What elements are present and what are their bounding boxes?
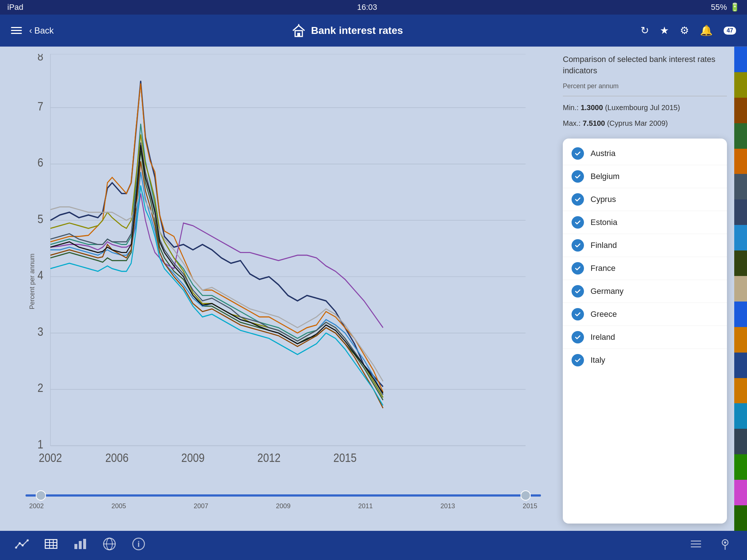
info-icon[interactable]: i — [131, 537, 146, 554]
right-panel: Comparison of selected bank interest rat… — [552, 47, 734, 531]
star-icon[interactable]: ★ — [660, 24, 669, 36]
back-chevron-icon: ‹ — [29, 26, 32, 36]
max-label: Max.: — [563, 119, 581, 127]
globe-icon[interactable] — [102, 537, 117, 554]
settings-icon[interactable]: ⚙ — [680, 24, 689, 36]
color-swatch[interactable] — [734, 174, 747, 199]
check-circle — [572, 262, 584, 275]
refresh-icon[interactable]: ↻ — [640, 24, 649, 36]
check-circle — [572, 170, 584, 183]
svg-rect-38 — [74, 544, 77, 549]
status-right: 55% 🔋 — [711, 3, 740, 12]
color-swatch[interactable] — [734, 72, 747, 98]
x-label: 2013 — [440, 502, 455, 510]
color-swatch[interactable] — [734, 378, 747, 404]
notification-badge: 47 — [724, 27, 736, 35]
min-detail: (Luxembourg Jul 2015) — [605, 104, 680, 112]
map-pin-icon[interactable] — [718, 537, 732, 554]
list-icon[interactable] — [689, 537, 703, 554]
svg-text:6: 6 — [38, 156, 43, 169]
color-swatch[interactable] — [734, 123, 747, 149]
x-label: 2011 — [358, 502, 373, 510]
country-name: Austria — [591, 149, 615, 158]
color-strip — [734, 47, 747, 531]
color-swatch[interactable] — [734, 505, 747, 531]
x-label: 2005 — [111, 502, 126, 510]
color-swatch[interactable] — [734, 403, 747, 429]
nav-center: Bank interest rates — [291, 23, 403, 38]
line-chart-icon[interactable] — [15, 537, 29, 554]
panel-divider — [563, 96, 727, 96]
color-swatch[interactable] — [734, 276, 747, 302]
menu-button[interactable] — [11, 27, 22, 34]
check-circle — [572, 216, 584, 229]
country-name: Finland — [591, 241, 617, 250]
color-swatch[interactable] — [734, 199, 747, 225]
color-swatch[interactable] — [734, 47, 747, 72]
max-detail: (Cyprus Mar 2009) — [607, 119, 668, 127]
table-icon[interactable] — [44, 537, 58, 554]
country-item[interactable]: Belgium — [563, 165, 727, 188]
nav-right: ↻ ★ ⚙ 🔔 47 — [640, 24, 736, 36]
country-item[interactable]: Estonia — [563, 211, 727, 234]
country-name: Belgium — [591, 172, 619, 181]
svg-text:1: 1 — [38, 438, 43, 451]
check-circle — [572, 193, 584, 206]
color-swatch[interactable] — [734, 454, 747, 480]
country-name: Germany — [591, 287, 623, 296]
svg-text:2009: 2009 — [181, 451, 205, 464]
min-value: 1.3000 — [581, 104, 603, 112]
bottom-icons-left: i — [15, 537, 146, 554]
country-item[interactable]: Germany — [563, 280, 727, 303]
bar-chart-icon[interactable] — [73, 537, 88, 554]
country-name: Italy — [591, 355, 605, 365]
svg-text:i: i — [138, 540, 140, 549]
chart-description-title: Comparison of selected bank interest rat… — [563, 54, 727, 77]
check-circle — [572, 331, 584, 343]
check-circle — [572, 354, 584, 366]
back-button[interactable]: ‹ Back — [29, 26, 54, 36]
color-swatch[interactable] — [734, 480, 747, 505]
svg-text:2015: 2015 — [333, 451, 357, 464]
page-title: Bank interest rates — [311, 25, 403, 36]
country-name: Estonia — [591, 218, 617, 227]
check-circle — [572, 308, 584, 320]
chart-area: Percent per annum 1 2 3 — [0, 47, 552, 531]
country-item[interactable]: Cyprus — [563, 188, 727, 211]
chart-svg: 1 2 3 4 5 6 7 8 2002 2006 2009 2012 2015 — [22, 54, 545, 472]
country-item[interactable]: Austria — [563, 142, 727, 165]
country-name: France — [591, 264, 615, 273]
country-item[interactable]: Italy — [563, 349, 727, 372]
svg-point-50 — [724, 541, 726, 544]
y-axis-label: Percent per annum — [28, 253, 36, 309]
country-item[interactable]: Ireland — [563, 326, 727, 349]
check-circle — [572, 239, 584, 252]
timeline-track[interactable] — [26, 494, 541, 497]
slider-right-thumb[interactable] — [520, 490, 531, 501]
country-item[interactable]: France — [563, 257, 727, 280]
color-swatch[interactable] — [734, 353, 747, 378]
country-name: Cyprus — [591, 195, 616, 204]
color-swatch[interactable] — [734, 302, 747, 327]
bell-icon[interactable]: 🔔 — [700, 24, 713, 36]
max-stat-row: Max.: 7.5100 (Cyprus Mar 2009) — [563, 119, 727, 128]
color-swatch[interactable] — [734, 429, 747, 454]
country-item[interactable]: Finland — [563, 234, 727, 257]
battery-icon: 🔋 — [730, 3, 740, 12]
color-swatch[interactable] — [734, 250, 747, 276]
color-swatch[interactable] — [734, 225, 747, 250]
color-swatch[interactable] — [734, 98, 747, 123]
svg-text:4: 4 — [38, 269, 43, 282]
country-dropdown[interactable]: Austria Belgium Cyprus Estonia Finland — [563, 139, 727, 524]
x-label: 2002 — [29, 502, 44, 510]
max-value: 7.5100 — [582, 119, 605, 127]
country-item[interactable]: Greece — [563, 303, 727, 326]
svg-text:3: 3 — [38, 325, 43, 338]
color-swatch[interactable] — [734, 149, 747, 174]
check-circle — [572, 285, 584, 298]
color-swatch[interactable] — [734, 327, 747, 353]
time-label: 16:03 — [357, 3, 377, 12]
svg-rect-39 — [79, 541, 82, 549]
x-axis-labels: 2002 2005 2007 2009 2011 2013 2015 — [26, 502, 541, 510]
slider-left-thumb[interactable] — [36, 490, 46, 501]
